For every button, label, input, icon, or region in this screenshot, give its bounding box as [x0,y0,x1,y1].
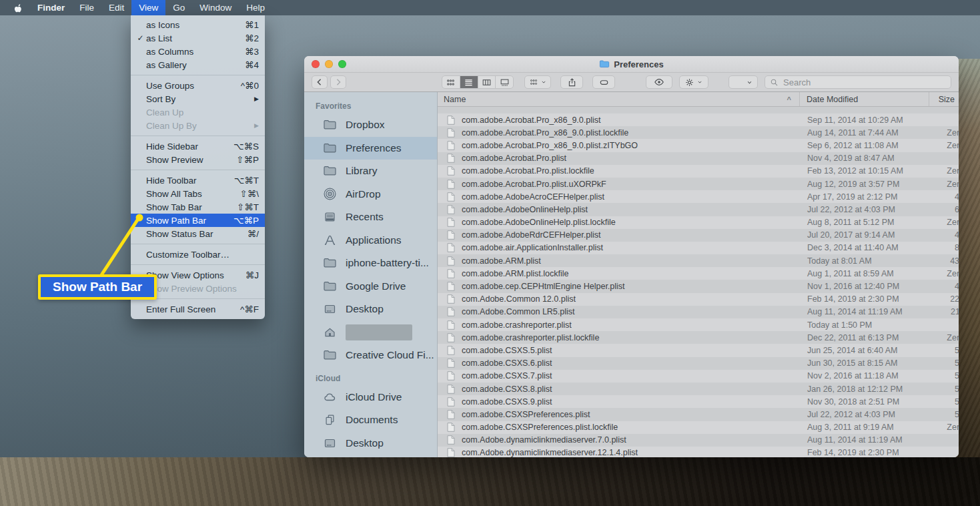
sidebar-item-desktop[interactable]: Desktop [304,298,437,321]
file-date-modified: Aug 11, 2014 at 11:19 AM [801,435,929,445]
sidebar-item-desktop[interactable]: Desktop [304,432,437,455]
sidebar-item-recents[interactable]: Recents [304,206,437,229]
action-menu-button[interactable] [679,75,708,89]
sidebar-item-home-redacted[interactable] [304,321,437,344]
table-row[interactable]: com.adobe.ARM.plist.lockfileAug 1, 2011 … [438,267,959,280]
menubar-item-edit[interactable]: Edit [101,0,131,15]
column-header-name[interactable]: Name ^ [438,95,799,104]
menu-item-show-tab-bar[interactable]: Show Tab Bar⇧⌘T [131,200,265,214]
file-date-modified: Aug 8, 2011 at 5:12 PM [801,218,929,227]
menu-item-hide-toolbar[interactable]: Hide Toolbar⌥⌘T [131,174,265,187]
menu-item-enter-full-screen[interactable]: Enter Full Screen^⌘F [131,302,265,316]
menubar-item-file[interactable]: File [72,0,101,15]
menu-item-as-columns[interactable]: as Columns⌘3 [131,45,265,58]
sidebar-item-icloud-drive[interactable]: iCloud Drive [304,386,437,409]
docfile-icon [447,192,455,202]
menu-item-label: Show All Tabs [146,189,239,199]
table-row[interactable]: com.Adobe.Common 12.0.plistFeb 14, 2019 … [438,293,959,306]
group-by-button[interactable] [524,75,551,89]
sidebar-item-preferences[interactable]: Preferences [304,137,437,160]
menu-item-as-list[interactable]: ✓as List⌘2 [131,31,265,45]
table-row[interactable]: com.adobe.CSXS.9.plistNov 30, 2018 at 2:… [438,395,959,408]
menubar-item-help[interactable]: Help [239,0,272,15]
file-name: com.adobe.cep.CEPHtmlEngine Helper.plist [462,282,801,291]
search-input[interactable] [782,77,938,88]
sidebar-item-google-drive[interactable]: Google Drive [304,275,437,298]
table-row[interactable]: com.adobe.Acrobat.Pro.plist.lockfileFeb … [438,165,959,178]
table-row[interactable]: com.adobe.crashreporter.plistToday at 1:… [438,318,959,331]
menu-item-use-groups[interactable]: Use Groups^⌘0 [131,79,265,92]
sidebar-item-label: Library [346,165,377,177]
menubar-item-go[interactable]: Go [165,0,192,15]
table-row[interactable]: com.adobe.AdobeOnlineHelp.plist.lockfile… [438,216,959,229]
menu-item-hide-sidebar[interactable]: Hide Sidebar⌥⌘S [131,140,265,153]
sidebar-item-dropbox[interactable]: Dropbox [304,113,437,137]
table-row[interactable]: com.adobe.air.ApplicationInstaller.plist… [438,242,959,254]
table-row[interactable]: com.adobe.CSXS.8.plistJan 26, 2018 at 12… [438,383,959,395]
sidebar-item-creative-cloud-fi[interactable]: Creative Cloud Fi... [304,344,437,367]
table-row[interactable]: com.adobe.AdobeAcroCEFHelper.plistApr 17… [438,190,959,203]
sidebar-item-applications[interactable]: Applications [304,229,437,252]
zoom-button[interactable] [338,60,346,68]
airdrop-icon [323,188,337,201]
menubar-item-view[interactable]: View [131,0,165,15]
close-button[interactable] [312,60,320,68]
sidebar-item-documents[interactable]: Documents [304,409,437,432]
menu-item-customize-toolbar[interactable]: Customize Toolbar… [131,248,265,261]
column-header-date-modified[interactable]: Date Modified [800,95,929,104]
menu-item-show-preview[interactable]: Show Preview⇧⌘P [131,153,265,166]
table-row[interactable]: com.adobe.Acrobat.Pro_x86_9.0.plist.zITY… [438,139,959,152]
table-row[interactable]: com.adobe.CSXSPreferences.plistJul 22, 2… [438,408,959,421]
menu-item-show-status-bar[interactable]: Show Status Bar⌘/ [131,227,265,240]
menu-separator [131,170,265,170]
table-row[interactable]: com.Adobe.Common LR5.plistAug 11, 2014 a… [438,306,959,318]
sidebar-item-label: Applications [346,234,402,246]
table-row[interactable]: com.adobe.ARM.plistToday at 8:01 AM433 [438,254,959,267]
view-as-icons-button[interactable] [442,76,460,88]
sidebar-item-airdrop[interactable]: AirDrop [304,183,437,206]
window-titlebar[interactable]: Preferences [304,56,959,73]
table-row[interactable]: com.adobe.AdobeOnlineHelp.plistJul 22, 2… [438,203,959,216]
table-row[interactable]: com.adobe.Acrobat.Pro.plist.uXORPkFAug 1… [438,178,959,190]
table-row[interactable]: com.adobe.Acrobat.Pro_x86_9.0.plistSep 1… [438,113,959,126]
quick-look-button[interactable] [646,75,672,89]
file-date-modified: Jun 30, 2015 at 8:15 AM [801,358,929,368]
table-row[interactable]: com.adobe.cep.CEPHtmlEngine Helper.plist… [438,280,959,292]
menu-item-show-all-tabs[interactable]: Show All Tabs⇧⌘\ [131,187,265,200]
table-row[interactable]: com.adobe.CSXS.7.plistNov 2, 2016 at 11:… [438,370,959,383]
menu-item-as-icons[interactable]: as Icons⌘1 [131,18,265,31]
back-button[interactable] [312,75,328,89]
applications-icon [323,234,337,247]
table-row[interactable]: com.adobe.AdobeRdrCEFHelper.plistJul 20,… [438,229,959,242]
forward-button[interactable] [330,75,346,89]
menubar-item-window[interactable]: Window [192,0,239,15]
table-row[interactable]: com.adobe.Acrobat.Pro_x86_9.0.plist.lock… [438,126,959,139]
view-as-gallery-button[interactable] [496,76,513,88]
table-row[interactable]: com.adobe.CSXS.5.plistJun 25, 2014 at 6:… [438,344,959,356]
menubar-item-finder[interactable]: Finder [30,0,72,15]
menu-item-label: as Columns [146,47,245,57]
search-field[interactable] [765,75,951,89]
tag-button[interactable] [592,75,615,89]
apple-menu[interactable] [5,2,30,13]
share-button[interactable] [560,75,583,89]
menu-item-sort-by[interactable]: Sort By▶ [131,92,265,105]
sidebar-item-label: Preferences [346,142,402,154]
menu-item-show-path-bar[interactable]: Show Path Bar⌥⌘P [131,214,265,227]
table-row[interactable]: com.adobe.Acrobat.Pro.plistNov 4, 2019 a… [438,152,959,165]
minimize-button[interactable] [325,60,333,68]
column-header-size[interactable]: Size [929,95,959,104]
window-toolbar [304,73,959,92]
document-icon [447,371,455,381]
sidebar-item-iphone-battery-ti[interactable]: iphone-battery-ti... [304,252,437,275]
view-as-columns-button[interactable] [478,76,496,88]
table-row[interactable]: com.Adobe.dynamiclinkmediaserver.12.1.4.… [438,447,959,457]
table-row[interactable]: com.Adobe.dynamiclinkmediaserver.7.0.pli… [438,434,959,447]
toolbar-dropdown[interactable] [728,75,758,89]
table-row[interactable]: com.adobe.crashreporter.plist.lockfileDe… [438,331,959,344]
table-row[interactable]: com.adobe.CSXS.6.plistJun 30, 2015 at 8:… [438,357,959,370]
table-row[interactable]: com.adobe.CSXSPreferences.plist.lockfile… [438,421,959,434]
view-as-list-button[interactable] [460,76,478,88]
menu-item-as-gallery[interactable]: as Gallery⌘4 [131,58,265,71]
sidebar-item-library[interactable]: Library [304,160,437,183]
